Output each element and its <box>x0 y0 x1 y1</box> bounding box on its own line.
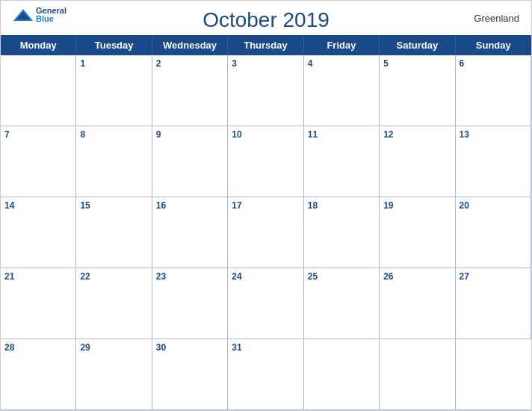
day-number: 12 <box>383 129 393 140</box>
header-thursday: Thursday <box>228 35 303 55</box>
calendar-day-cell: 23 <box>152 268 228 339</box>
header-wednesday: Wednesday <box>152 35 228 55</box>
day-number: 23 <box>156 271 166 282</box>
logo-area: General Blue <box>13 7 66 23</box>
calendar-day-cell: 10 <box>228 126 303 197</box>
day-number: 29 <box>80 342 90 353</box>
day-number: 28 <box>4 342 14 353</box>
calendar-grid: 1234567891011121314151617181920212223242… <box>1 55 531 410</box>
calendar-container: General Blue October 2019 Greenland Mond… <box>0 0 532 411</box>
day-number: 5 <box>383 58 389 69</box>
day-number: 25 <box>308 271 318 282</box>
calendar-day-cell: 20 <box>456 197 531 268</box>
day-number: 7 <box>4 129 10 140</box>
calendar-day-cell: 29 <box>76 339 152 410</box>
calendar-day-cell <box>304 339 380 410</box>
logo-blue: Blue <box>36 15 66 23</box>
calendar-day-cell: 7 <box>1 126 76 197</box>
day-number: 20 <box>460 200 469 211</box>
calendar-day-cell <box>1 55 76 126</box>
day-number: 9 <box>156 129 161 140</box>
calendar-day-cell: 26 <box>380 268 455 339</box>
day-number: 13 <box>460 129 469 140</box>
calendar-day-cell: 3 <box>228 55 303 126</box>
day-number: 3 <box>232 58 237 69</box>
day-number: 21 <box>4 271 14 282</box>
calendar-day-cell: 24 <box>228 268 303 339</box>
region-label: Greenland <box>474 13 519 24</box>
day-number: 30 <box>156 342 166 353</box>
day-number: 8 <box>80 129 85 140</box>
calendar-day-cell: 1 <box>76 55 152 126</box>
calendar-day-cell: 18 <box>304 197 380 268</box>
calendar-day-cell: 14 <box>1 197 76 268</box>
calendar-header: General Blue October 2019 Greenland <box>1 1 531 35</box>
calendar-day-cell: 28 <box>1 339 76 410</box>
calendar-day-cell: 30 <box>152 339 228 410</box>
day-number: 2 <box>156 58 161 69</box>
day-number: 27 <box>460 271 469 282</box>
day-number: 11 <box>308 129 318 140</box>
header-sunday: Sunday <box>456 35 531 55</box>
day-number: 16 <box>156 200 166 211</box>
day-number: 22 <box>80 271 90 282</box>
logo-icon <box>13 8 34 22</box>
day-number: 17 <box>232 200 241 211</box>
day-number: 24 <box>232 271 241 282</box>
calendar-day-cell: 2 <box>152 55 228 126</box>
calendar-day-cell: 12 <box>380 126 455 197</box>
day-headers: Monday Tuesday Wednesday Thursday Friday… <box>1 35 531 55</box>
calendar-day-cell: 9 <box>152 126 228 197</box>
calendar-day-cell: 11 <box>304 126 380 197</box>
calendar-day-cell: 6 <box>456 55 531 126</box>
day-number: 15 <box>80 200 90 211</box>
calendar-day-cell: 21 <box>1 268 76 339</box>
calendar-day-cell: 16 <box>152 197 228 268</box>
calendar-day-cell: 5 <box>380 55 455 126</box>
header-tuesday: Tuesday <box>76 35 152 55</box>
day-number: 14 <box>4 200 14 211</box>
day-number: 31 <box>232 342 241 353</box>
calendar-day-cell: 17 <box>228 197 303 268</box>
calendar-day-cell: 31 <box>228 339 303 410</box>
calendar-day-cell: 27 <box>456 268 531 339</box>
day-number: 18 <box>308 200 318 211</box>
calendar-day-cell: 15 <box>76 197 152 268</box>
header-monday: Monday <box>1 35 76 55</box>
day-number: 4 <box>308 58 313 69</box>
day-number: 6 <box>460 58 465 69</box>
logo-text: General Blue <box>36 7 66 23</box>
day-number: 10 <box>232 129 241 140</box>
calendar-day-cell: 4 <box>304 55 380 126</box>
day-number: 19 <box>383 200 393 211</box>
calendar-day-cell: 19 <box>380 197 455 268</box>
day-number: 26 <box>383 271 393 282</box>
day-number: 1 <box>80 58 85 69</box>
header-saturday: Saturday <box>380 35 455 55</box>
month-title: October 2019 <box>202 8 330 32</box>
calendar-day-cell: 25 <box>304 268 380 339</box>
calendar-day-cell: 22 <box>76 268 152 339</box>
calendar-day-cell <box>380 339 455 410</box>
logo-wrapper: General Blue <box>13 7 66 23</box>
calendar-day-cell: 8 <box>76 126 152 197</box>
header-friday: Friday <box>304 35 380 55</box>
calendar-day-cell <box>456 339 531 410</box>
calendar-day-cell: 13 <box>456 126 531 197</box>
